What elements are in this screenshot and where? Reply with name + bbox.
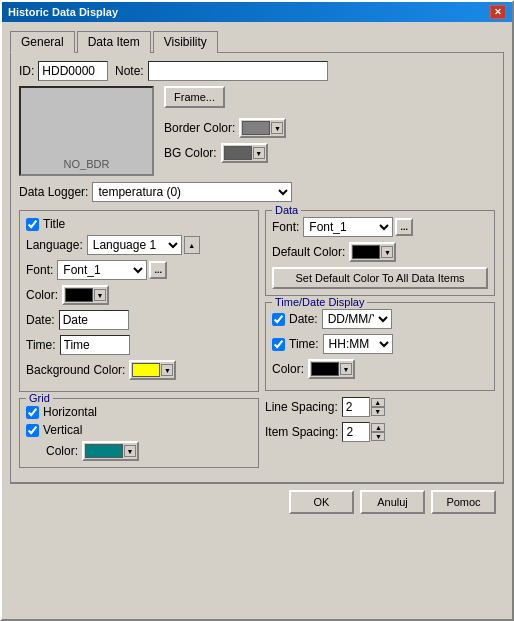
data-logger-row: Data Logger: temperatura (0) (19, 182, 495, 202)
default-color-button[interactable]: ▼ (349, 242, 396, 262)
help-button[interactable]: Pomoc (431, 490, 496, 514)
grid-color-swatch (85, 444, 123, 458)
data-font-row: Font: Font_1 ... (272, 217, 488, 237)
td-date-checkbox[interactable] (272, 313, 285, 326)
language-up-btn[interactable]: ▲ (184, 236, 200, 254)
td-time-label: Time: (289, 337, 319, 351)
window-title: Historic Data Display (8, 6, 118, 18)
time-date-section-title: Time/Date Display (272, 296, 367, 308)
grid-color-arrow: ▼ (124, 445, 136, 457)
set-default-row: Set Default Color To All Data Items (272, 267, 488, 289)
frame-btn-row: Frame... (164, 86, 286, 108)
td-time-checkbox[interactable] (272, 338, 285, 351)
bg-color-title-button[interactable]: ▼ (129, 360, 176, 380)
time-field[interactable] (60, 335, 130, 355)
date-row: Date: (26, 310, 252, 330)
preview-container: NO_BDR (19, 86, 154, 176)
tab-visibility[interactable]: Visibility (153, 31, 218, 53)
vertical-checkbox[interactable] (26, 424, 39, 437)
td-date-format-select[interactable]: DD/MM/YY (322, 309, 392, 329)
title-checkbox-label: Title (43, 217, 65, 231)
date-field[interactable] (59, 310, 129, 330)
bg-color-title-label: Background Color: (26, 363, 125, 377)
line-spacing-up[interactable]: ▲ (371, 398, 385, 407)
id-label: ID: (19, 64, 34, 78)
border-color-row: Border Color: ▼ (164, 118, 286, 138)
data-font-select[interactable]: Font_1 (303, 217, 393, 237)
td-color-button[interactable]: ▼ (308, 359, 355, 379)
border-color-swatch (242, 121, 270, 135)
tab-data-item[interactable]: Data Item (77, 31, 151, 53)
border-color-label: Border Color: (164, 121, 235, 135)
horizontal-checkbox[interactable] (26, 406, 39, 419)
tab-general[interactable]: General (10, 31, 75, 53)
tab-bar: General Data Item Visibility (10, 30, 504, 52)
title-font-ellipsis[interactable]: ... (149, 261, 167, 279)
bg-color-arrow: ▼ (253, 147, 265, 159)
item-spacing-input[interactable] (342, 422, 370, 442)
horizontal-label: Horizontal (43, 405, 97, 419)
set-default-color-button[interactable]: Set Default Color To All Data Items (272, 267, 488, 289)
grid-panel: Grid Horizontal Vertical Color: (19, 398, 259, 468)
title-color-button[interactable]: ▼ (62, 285, 109, 305)
horizontal-row: Horizontal (26, 405, 252, 419)
time-label: Time: (26, 338, 56, 352)
id-note-row: ID: Note: (19, 61, 495, 81)
vertical-row: Vertical (26, 423, 252, 437)
bg-color-button[interactable]: ▼ (221, 143, 268, 163)
bg-color-title-arrow: ▼ (161, 364, 173, 376)
title-font-label: Font: (26, 263, 53, 277)
data-font-ellipsis[interactable]: ... (395, 218, 413, 236)
default-color-row: Default Color: ▼ (272, 242, 488, 262)
frame-button[interactable]: Frame... (164, 86, 225, 108)
data-section-title: Data (272, 204, 301, 216)
two-col-layout: Title Language: Language 1 ▲ Font: (19, 210, 495, 474)
ok-button[interactable]: OK (289, 490, 354, 514)
preview-area: NO_BDR Frame... Border Color: ▼ (19, 86, 495, 176)
title-color-label: Color: (26, 288, 58, 302)
data-logger-select[interactable]: temperatura (0) (92, 182, 292, 202)
note-field[interactable] (148, 61, 328, 81)
close-button[interactable]: ✕ (490, 5, 506, 19)
grid-color-button[interactable]: ▼ (82, 441, 139, 461)
grid-color-row: Color: ▼ (46, 441, 252, 461)
preview-label: NO_BDR (64, 158, 110, 170)
line-spacing-arrows: ▲ ▼ (371, 398, 385, 416)
td-time-format-select[interactable]: HH:MM (323, 334, 393, 354)
data-font-label: Font: (272, 220, 299, 234)
cancel-button[interactable]: Anuluj (360, 490, 425, 514)
line-spacing-row: Line Spacing: ▲ ▼ (265, 397, 495, 417)
language-row: Language: Language 1 ▲ (26, 235, 252, 255)
line-spacing-spinner: ▲ ▼ (342, 397, 385, 417)
item-spacing-up[interactable]: ▲ (371, 423, 385, 432)
window: Historic Data Display ✕ General Data Ite… (0, 0, 514, 621)
td-color-swatch (311, 362, 339, 376)
line-spacing-down[interactable]: ▼ (371, 407, 385, 416)
id-field[interactable] (38, 61, 108, 81)
tab-content-general: ID: Note: NO_BDR Frame... (10, 52, 504, 483)
td-date-label: Date: (289, 312, 318, 326)
grid-section-title: Grid (26, 392, 53, 404)
spacing-area: Line Spacing: ▲ ▼ Item Spacing: (265, 397, 495, 442)
title-font-select[interactable]: Font_1 (57, 260, 147, 280)
time-date-panel: Time/Date Display Date: DD/MM/YY (265, 302, 495, 391)
title-checkbox[interactable] (26, 218, 39, 231)
bg-color-title-row: Background Color: ▼ (26, 360, 252, 380)
td-color-row: Color: ▼ (272, 359, 488, 379)
default-color-arrow: ▼ (381, 246, 393, 258)
note-label: Note: (115, 64, 144, 78)
vertical-label: Vertical (43, 423, 82, 437)
title-checkbox-row: Title (26, 217, 252, 231)
title-color-row: Color: ▼ (26, 285, 252, 305)
td-time-row: Time: HH:MM (272, 334, 488, 354)
preview-box: NO_BDR (19, 86, 154, 176)
line-spacing-input[interactable] (342, 397, 370, 417)
item-spacing-down[interactable]: ▼ (371, 432, 385, 441)
default-color-label: Default Color: (272, 245, 345, 259)
border-color-button[interactable]: ▼ (239, 118, 286, 138)
bottom-buttons: OK Anuluj Pomoc (10, 483, 504, 520)
td-color-label: Color: (272, 362, 304, 376)
language-select[interactable]: Language 1 (87, 235, 182, 255)
bg-color-label: BG Color: (164, 146, 217, 160)
bg-color-row: BG Color: ▼ (164, 143, 286, 163)
